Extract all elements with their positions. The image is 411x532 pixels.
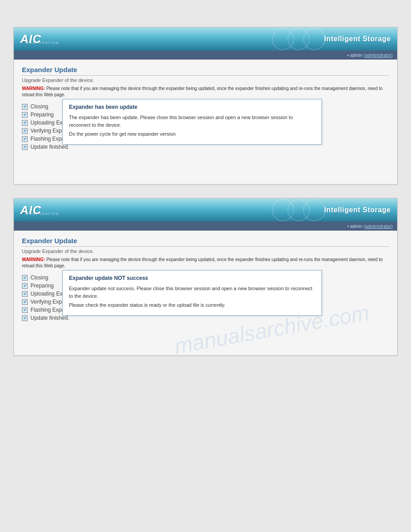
checkbox-1-success <box>22 104 28 110</box>
checkbox-5-success <box>22 136 28 142</box>
brand-right-2: Intelligent Storage <box>324 206 391 214</box>
header-success: AIC CORPORATION Intelligent Storage <box>14 27 397 51</box>
brand-right: Intelligent Storage <box>324 35 391 43</box>
steps-container-success: Expander has been update The expander ha… <box>22 103 389 151</box>
step-label-1-failure: Closing <box>30 275 48 281</box>
header-failure: AIC CORPORATION Intelligent Storage <box>14 198 397 222</box>
step-label-1-success: Closing <box>30 103 48 110</box>
dialog-title-success: Expander has been update <box>69 104 315 110</box>
checkbox-4-failure <box>22 299 28 305</box>
checkbox-2-failure <box>22 283 28 289</box>
step-label-6-success: Update finished. <box>30 144 69 150</box>
admin-prefix-2: • admin <box>347 224 363 229</box>
page-container: AIC CORPORATION Intelligent Storage • ad… <box>0 0 411 369</box>
content-area-failure: Expander Update Upgrade Expander of the … <box>14 231 397 355</box>
admin-bar-failure: • admin (administrator) <box>14 222 397 231</box>
checkbox-6-failure <box>22 315 28 321</box>
dialog-title-failure: Expander update NOT success <box>69 275 315 281</box>
page-title-success: Expander Update <box>22 66 389 76</box>
warning-body-2: Please note that if you are managing the… <box>22 257 383 268</box>
step-label-2-success: Preparing <box>30 112 54 118</box>
dialog-line1-success: The expander has been update. Please clo… <box>69 114 315 129</box>
decorative-circles-2 <box>278 198 325 222</box>
step-label-6-failure: Update finished. <box>30 315 69 321</box>
panel-success: AIC CORPORATION Intelligent Storage • ad… <box>13 27 398 184</box>
dialog-failure: Expander update NOT success Expander upd… <box>62 270 322 316</box>
admin-link[interactable]: (administrator) <box>364 53 393 58</box>
logo-sub: CORPORATION <box>26 41 60 44</box>
panel-failure: AIC CORPORATION Intelligent Storage • ad… <box>13 198 398 356</box>
checkbox-3-failure <box>22 291 28 297</box>
checkbox-4-success <box>22 128 28 134</box>
warning-label-2: WARNING: <box>22 257 45 262</box>
warning-label: WARNING: <box>22 86 45 91</box>
step-label-2-failure: Preparing <box>30 283 54 289</box>
content-area-success: Expander Update Upgrade Expander of the … <box>14 60 397 184</box>
checkbox-3-success <box>22 120 28 126</box>
warning-body: Please note that if you are managing the… <box>22 86 383 97</box>
checkbox-2-success <box>22 112 28 118</box>
decorative-circles <box>278 27 325 51</box>
dialog-line1-failure: Expander update not success. Please clos… <box>69 285 315 300</box>
warning-text-success: WARNING: Please note that if you are man… <box>22 86 389 98</box>
page-subtitle-failure: Upgrade Expander of the device. <box>22 249 389 254</box>
page-title-failure: Expander Update <box>22 237 389 247</box>
admin-bar-success: • admin (administrator) <box>14 51 397 60</box>
warning-text-failure: WARNING: Please note that if you are man… <box>22 257 389 269</box>
steps-container-failure: Expander update NOT success Expander upd… <box>22 274 389 322</box>
checkbox-6-success <box>22 144 28 150</box>
checkbox-5-failure <box>22 307 28 313</box>
admin-prefix: • admin <box>347 53 363 58</box>
checkbox-1-failure <box>22 275 28 281</box>
logo-sub-2: CORPORATION <box>26 212 60 215</box>
dialog-success: Expander has been update The expander ha… <box>62 99 322 145</box>
admin-link-2[interactable]: (administrator) <box>364 224 393 229</box>
page-subtitle-success: Upgrade Expander of the device. <box>22 77 389 83</box>
dialog-line2-failure: Please check the expander status is read… <box>69 301 315 309</box>
dialog-line2-success: Do the power cycle for get new expander … <box>69 130 315 138</box>
